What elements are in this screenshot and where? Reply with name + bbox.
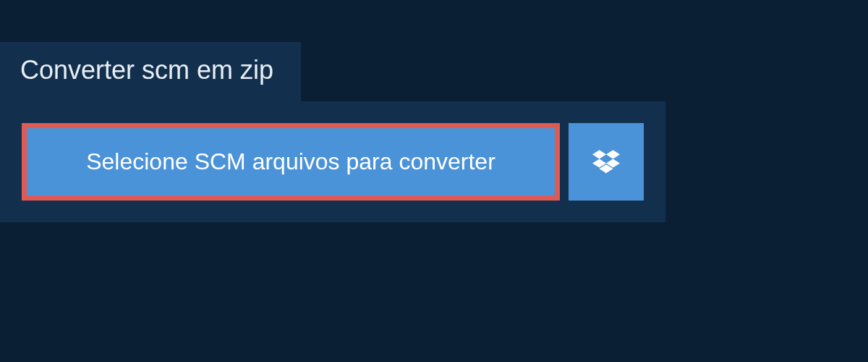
converter-panel: Selecione SCM arquivos para converter (0, 101, 665, 222)
tab-bar: Converter scm em zip (0, 0, 868, 101)
button-row: Selecione SCM arquivos para converter (22, 123, 644, 201)
select-files-button[interactable]: Selecione SCM arquivos para converter (22, 123, 560, 201)
dropbox-icon (592, 150, 620, 174)
select-files-label: Selecione SCM arquivos para converter (86, 148, 495, 175)
tab-converter[interactable]: Converter scm em zip (0, 42, 301, 101)
tab-label: Converter scm em zip (20, 55, 273, 85)
dropbox-button[interactable] (569, 123, 644, 201)
